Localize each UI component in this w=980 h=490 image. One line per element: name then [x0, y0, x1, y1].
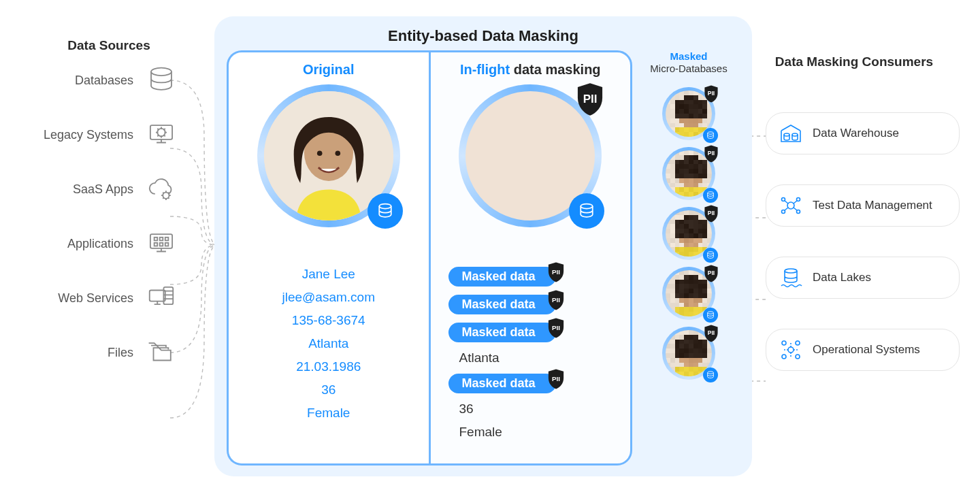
micro-database: PII	[662, 207, 715, 260]
pii-shield-icon: PII	[703, 144, 719, 163]
legacy-icon	[146, 119, 177, 150]
pii-shield-icon: PII	[703, 204, 719, 223]
source-legacy-systems: Legacy Systems	[20, 119, 177, 150]
consumer-label: Operational Systems	[813, 343, 920, 357]
consumer-label: Data Lakes	[813, 271, 871, 284]
pii-shield-icon: PII	[546, 317, 566, 339]
svg-point-40	[708, 192, 714, 195]
svg-text:PII: PII	[583, 93, 598, 105]
masked-data-pill: Masked dataPII	[448, 374, 556, 393]
source-label: Files	[20, 346, 133, 360]
micro-database: PII	[662, 267, 715, 320]
svg-point-28	[317, 150, 323, 156]
svg-point-18	[782, 210, 785, 214]
source-label: Web Services	[20, 291, 133, 306]
database-badge-icon	[703, 188, 718, 203]
files-icon	[146, 337, 177, 368]
pii-shield-icon: PII	[546, 289, 566, 311]
source-label: Databases	[20, 74, 133, 88]
svg-point-22	[782, 341, 786, 345]
svg-rect-8	[154, 243, 158, 246]
svg-point-15	[787, 202, 794, 209]
consumers-title: Data Masking Consumers	[766, 54, 943, 69]
svg-text:PII: PII	[708, 90, 715, 97]
unmasked-value: 36	[459, 402, 474, 416]
sources-title: Data Sources	[41, 38, 177, 53]
svg-point-0	[151, 68, 172, 76]
svg-point-14	[792, 133, 798, 136]
svg-text:PII: PII	[552, 324, 560, 331]
source-label: Legacy Systems	[20, 128, 133, 142]
svg-point-20	[785, 269, 797, 273]
unmasked-value: Atlanta	[459, 350, 500, 365]
masked-data-rows: Masked dataPIIMasked dataPIIMasked dataP…	[440, 267, 621, 440]
pii-shield-icon: PII	[546, 261, 566, 283]
source-web-services: Web Services	[20, 282, 177, 314]
svg-text:PII: PII	[552, 375, 560, 382]
svg-rect-6	[160, 238, 163, 241]
apps-icon	[146, 228, 177, 259]
svg-rect-9	[160, 243, 163, 246]
database-badge-icon	[368, 193, 403, 229]
center-panel: Entity-based Data Masking Original	[214, 16, 752, 476]
consumers-list: Data Warehouse Test Data Management Data…	[766, 112, 960, 401]
person-dob: 21.03.1986	[296, 359, 361, 374]
micro-title-highlight: Masked	[670, 50, 707, 62]
pii-shield-icon: PII	[546, 368, 566, 390]
original-card-title: Original	[303, 62, 355, 78]
original-data-rows: Jane Lee jlee@asam.com 135-68-3674 Atlan…	[238, 267, 419, 421]
svg-point-21	[788, 347, 794, 353]
consumer-data-warehouse: Data Warehouse	[766, 112, 960, 154]
consumer-data-lakes: Data Lakes	[766, 257, 960, 299]
svg-rect-10	[165, 243, 169, 246]
database-badge-icon	[703, 128, 718, 143]
source-saas-apps: SaaS Apps	[20, 174, 177, 205]
person-gender: Female	[307, 406, 350, 421]
database-badge-icon	[703, 248, 718, 263]
consumer-label: Test Data Management	[813, 199, 932, 212]
svg-point-31	[581, 204, 593, 209]
svg-point-30	[379, 204, 391, 209]
pii-shield-icon: PII	[703, 264, 719, 283]
micro-database: PII	[662, 147, 715, 200]
source-files: Files	[20, 337, 177, 368]
test-data-icon	[779, 193, 803, 218]
person-age: 36	[321, 382, 336, 397]
masked-card: In-flight data masking PII Masked dataPI…	[429, 50, 633, 466]
operational-systems-icon	[779, 338, 803, 362]
original-card: Original Ja	[227, 50, 429, 466]
source-label: SaaS Apps	[20, 182, 133, 197]
micro-databases-column: Masked Micro-Databases PII PII PII PII P…	[638, 50, 740, 466]
svg-point-46	[708, 372, 714, 374]
unmasked-value: Female	[459, 425, 502, 440]
data-sources-list: Databases Legacy Systems SaaS Apps Appli…	[20, 65, 177, 391]
web-services-icon	[146, 282, 177, 314]
person-name: Jane Lee	[302, 267, 355, 282]
svg-point-42	[708, 252, 714, 255]
svg-point-25	[796, 355, 800, 359]
database-badge-icon	[569, 193, 604, 229]
svg-text:PII: PII	[708, 210, 715, 216]
micro-databases-title: Masked Micro-Databases	[650, 50, 727, 75]
database-icon	[146, 65, 177, 96]
svg-point-13	[784, 133, 789, 136]
database-badge-icon	[703, 308, 718, 323]
center-title: Entity-based Data Masking	[227, 27, 740, 45]
person-email: jlee@asam.com	[282, 290, 376, 305]
database-badge-icon	[703, 368, 718, 382]
consumer-label: Data Warehouse	[813, 127, 899, 140]
svg-point-38	[708, 132, 714, 135]
pii-shield-icon: PII	[703, 84, 719, 103]
cloud-gear-icon	[146, 174, 177, 205]
masked-data-pill: Masked dataPII	[448, 295, 556, 314]
micro-database: PII	[662, 327, 715, 380]
pii-shield-icon: PII	[574, 82, 606, 117]
micro-title-rest: Micro-Databases	[650, 63, 727, 74]
consumer-test-data-management: Test Data Management	[766, 184, 960, 227]
masked-data-pill: Masked dataPII	[448, 323, 556, 342]
original-avatar	[257, 84, 400, 227]
warehouse-icon	[779, 121, 803, 146]
svg-rect-11	[150, 291, 165, 301]
consumer-operational-systems: Operational Systems	[766, 329, 960, 371]
source-databases: Databases	[20, 65, 177, 96]
